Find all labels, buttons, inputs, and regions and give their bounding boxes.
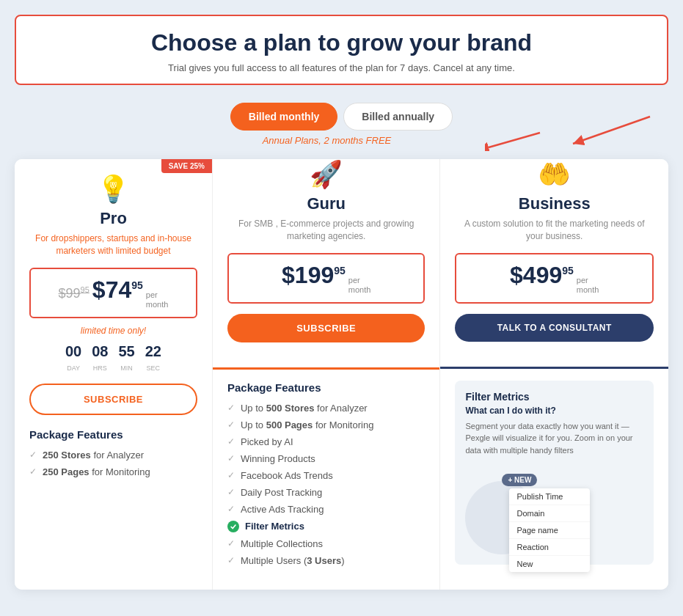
check-circle-icon xyxy=(227,521,239,532)
feature-text: 250 Pages for Monitoring xyxy=(43,466,150,477)
filter-metrics-box: Filter Metrics What can I do with it? Se… xyxy=(455,381,654,565)
list-item: ✓ Multiple Users (3 Users) xyxy=(227,555,425,566)
list-item: ✓ 250 Pages for Monitoring xyxy=(29,466,197,477)
feature-text: Multiple Users (3 Users) xyxy=(241,555,345,566)
list-item: ✓ Daily Post Tracking xyxy=(227,487,425,498)
page-wrapper: Choose a plan to grow your brand Trial g… xyxy=(15,15,668,590)
countdown-min-num: 55 xyxy=(118,343,134,360)
pro-price: $7495 xyxy=(92,276,143,304)
page-subtitle: Trial gives you full access to all featu… xyxy=(38,62,645,73)
annual-note: Annual Plans, 2 months FREE xyxy=(263,135,392,146)
feature-text: Picked by AI xyxy=(241,436,293,447)
dropdown-menu: Publish Time Domain Page name Reaction N… xyxy=(509,488,590,572)
annual-arrow-icon xyxy=(485,129,544,151)
consultant-button[interactable]: TALK TO A CONSULTANT xyxy=(455,314,654,342)
filter-metrics-subtitle: What can I do with it? xyxy=(465,406,643,416)
dropdown-item[interactable]: Publish Time xyxy=(509,488,590,505)
countdown-hours: 08 HRS xyxy=(92,343,108,373)
billing-monthly-button[interactable]: Billed monthly xyxy=(230,103,337,131)
pro-plan-desc: For dropshippers, startups and in-house … xyxy=(29,232,197,257)
pro-original-sup2: 95 xyxy=(81,285,90,294)
list-item: ✓ Active Ads Tracking xyxy=(227,504,425,515)
check-icon: ✓ xyxy=(29,450,37,460)
guru-price: $19995 xyxy=(282,262,346,289)
business-plan-desc: A custom solution to fit the marketing n… xyxy=(455,218,654,243)
business-plan-name: Business xyxy=(455,194,654,213)
countdown-sec-label: SEC xyxy=(147,364,161,372)
dropdown-preview: + NEW Publish Time Domain Page name Reac… xyxy=(465,466,643,554)
check-icon: ✓ xyxy=(227,487,235,497)
feature-text: Daily Post Tracking xyxy=(241,487,322,498)
check-icon: ✓ xyxy=(227,555,235,565)
list-item: ✓ Winning Products xyxy=(227,453,425,464)
pro-original-price: $9995 xyxy=(59,285,90,301)
pro-icon: 💡 xyxy=(29,174,197,205)
svg-line-1 xyxy=(489,133,540,147)
guru-price-box: $19995 permonth xyxy=(227,253,425,304)
guru-plan-name: Guru xyxy=(227,194,425,213)
business-icon: 🤲 xyxy=(455,159,654,190)
pro-price-box: $9995 $7495 permonth xyxy=(29,268,197,318)
business-price: $49995 xyxy=(510,262,574,289)
check-icon: ✓ xyxy=(227,453,235,463)
check-icon: ✓ xyxy=(29,466,37,477)
dropdown-item[interactable]: New xyxy=(509,556,590,572)
dropdown-item[interactable]: Page name xyxy=(509,522,590,539)
feature-text: Multiple Collections xyxy=(241,538,323,549)
filter-metrics-title: Filter Metrics xyxy=(465,391,643,403)
plan-pro: SAVE 25% 💡 Pro For dropshippers, startup… xyxy=(15,159,213,590)
page-title: Choose a plan to grow your brand xyxy=(38,29,645,56)
list-item: Filter Metrics xyxy=(227,521,425,532)
countdown-hours-label: HRS xyxy=(93,364,107,372)
big-arrow-icon xyxy=(551,113,654,150)
countdown-minutes: 55 MIN xyxy=(118,343,134,373)
guru-subscribe-button[interactable]: SUBSCRIBE xyxy=(227,314,425,342)
plans-grid: SAVE 25% 💡 Pro For dropshippers, startup… xyxy=(15,159,668,590)
countdown-min-label: MIN xyxy=(120,364,133,372)
list-item: ✓ Picked by AI xyxy=(227,436,425,447)
countdown-days: 00 DAY xyxy=(65,343,81,373)
plan-business: 🤲 Business A custom solution to fit the … xyxy=(440,159,668,590)
guru-price-period: permonth xyxy=(348,276,371,295)
countdown-sec-num: 22 xyxy=(145,343,161,360)
check-icon: ✓ xyxy=(227,403,235,413)
pro-plan-name: Pro xyxy=(29,209,197,228)
check-icon: ✓ xyxy=(227,504,235,514)
billing-annually-button[interactable]: Billed annually xyxy=(343,103,453,131)
check-icon: ✓ xyxy=(227,470,235,480)
guru-plan-desc: For SMB , E-commerce projects and growin… xyxy=(227,218,425,243)
annual-note-row: Annual Plans, 2 months FREE xyxy=(15,135,668,146)
countdown-days-label: DAY xyxy=(67,364,80,372)
pro-price-period: permonth xyxy=(146,290,169,309)
guru-icon: 🚀 xyxy=(227,159,425,190)
countdown-seconds: 22 SEC xyxy=(145,343,161,373)
pro-subscribe-button[interactable]: SUBSCRIBE xyxy=(29,384,197,415)
feature-text: Winning Products xyxy=(241,453,315,464)
business-header: 🤲 Business A custom solution to fit the … xyxy=(440,159,668,369)
plan-guru: 🚀 Guru For SMB , E-commerce projects and… xyxy=(213,159,441,590)
new-button[interactable]: + NEW xyxy=(502,474,537,486)
list-item: ✓ Multiple Collections xyxy=(227,538,425,549)
save-badge: SAVE 25% xyxy=(161,159,212,173)
list-item: ✓ Up to 500 Stores for Analyzer xyxy=(227,403,425,414)
countdown-hours-num: 08 xyxy=(92,343,108,360)
header-box: Choose a plan to grow your brand Trial g… xyxy=(15,15,668,85)
feature-text: Up to 500 Stores for Analyzer xyxy=(241,403,368,414)
check-icon: ✓ xyxy=(227,436,235,447)
list-item: ✓ 250 Stores for Analyzer xyxy=(29,450,197,461)
guru-header: 🚀 Guru For SMB , E-commerce projects and… xyxy=(213,159,440,370)
feature-text: 250 Stores for Analyzer xyxy=(43,450,144,461)
list-item: ✓ Facebook Ads Trends xyxy=(227,470,425,481)
guru-features-title: Package Features xyxy=(227,381,425,394)
feature-text: Active Ads Tracking xyxy=(241,504,324,515)
filter-metrics-desc: Segment your data exactly how you want i… xyxy=(465,420,643,457)
check-icon: ✓ xyxy=(227,538,235,549)
business-price-box: $49995 permonth xyxy=(455,253,654,304)
feature-text: Facebook Ads Trends xyxy=(241,470,333,481)
dropdown-item[interactable]: Reaction xyxy=(509,539,590,556)
check-icon: ✓ xyxy=(227,419,235,430)
dropdown-item[interactable]: Domain xyxy=(509,505,590,522)
pro-limited-time: limited time only! xyxy=(29,326,197,336)
svg-line-3 xyxy=(573,117,650,144)
business-price-period: permonth xyxy=(577,276,599,295)
